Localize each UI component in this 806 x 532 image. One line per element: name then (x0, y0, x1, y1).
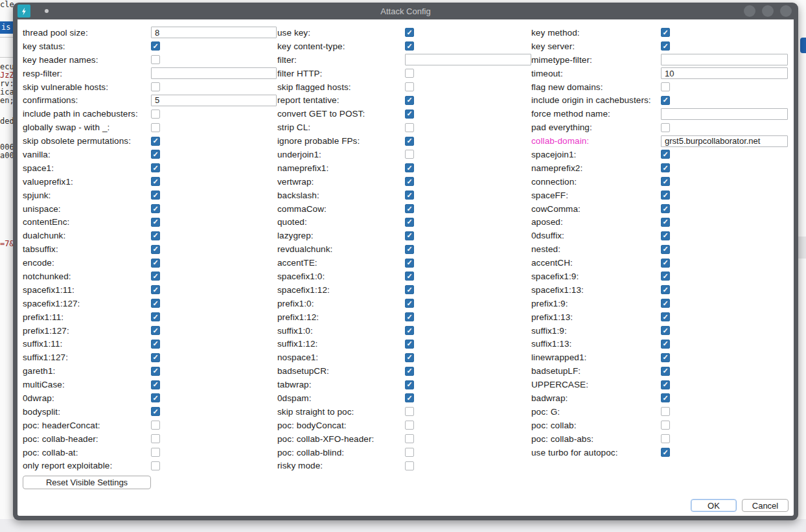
spaceff-checkbox[interactable] (661, 191, 670, 200)
uppercase-checkbox[interactable] (661, 380, 670, 389)
bodysplit-checkbox[interactable] (151, 407, 160, 416)
flag-new-domains-checkbox[interactable] (661, 82, 670, 91)
badsetuplf-checkbox[interactable] (661, 367, 670, 376)
spacejoin1-checkbox[interactable] (661, 150, 670, 159)
revdualchunk-checkbox[interactable] (405, 245, 414, 254)
suffix1-127-checkbox[interactable] (151, 353, 160, 362)
suffix1-9-checkbox[interactable] (661, 326, 670, 335)
commacow-checkbox[interactable] (405, 204, 414, 213)
badwrap-checkbox[interactable] (661, 393, 670, 402)
suffix1-12-checkbox[interactable] (405, 340, 414, 349)
unispace-checkbox[interactable] (151, 204, 160, 213)
suffix1-13-checkbox[interactable] (661, 340, 670, 349)
key-content-type-checkbox[interactable] (405, 41, 414, 51)
spacefix1-12-checkbox[interactable] (405, 285, 414, 294)
spacefix1-127-checkbox[interactable] (151, 299, 160, 308)
key-method-checkbox[interactable] (661, 28, 670, 37)
confirmations-input[interactable] (151, 95, 277, 106)
minimize-button[interactable] (744, 5, 755, 17)
key-status-checkbox[interactable] (151, 41, 160, 51)
lazygrep-checkbox[interactable] (405, 231, 414, 240)
prefix1-127-checkbox[interactable] (151, 326, 160, 335)
accentte-checkbox[interactable] (405, 259, 414, 268)
suffix1-11-checkbox[interactable] (151, 340, 160, 349)
poc-collab-blind-checkbox[interactable] (405, 448, 414, 457)
maximize-button[interactable] (762, 5, 774, 17)
nested-checkbox[interactable] (661, 245, 670, 254)
poc-collab-checkbox[interactable] (661, 421, 670, 430)
use-key-checkbox[interactable] (405, 28, 414, 37)
notchunked-checkbox[interactable] (151, 272, 160, 281)
skip-obsolete-permutations-checkbox[interactable] (151, 137, 160, 146)
skip-vulnerable-hosts-checkbox[interactable] (151, 82, 160, 91)
include-path-in-cachebusters-checkbox[interactable] (151, 110, 160, 119)
0dsuffix-checkbox[interactable] (661, 231, 670, 240)
tabwrap-checkbox[interactable] (405, 380, 414, 389)
strip-cl-checkbox[interactable] (405, 123, 414, 132)
nameprefix2-checkbox[interactable] (661, 163, 670, 172)
only-report-exploitable-checkbox[interactable] (151, 461, 160, 470)
convert-get-to-post-checkbox[interactable] (405, 110, 414, 119)
poc-g-checkbox[interactable] (661, 407, 670, 416)
gareth1-checkbox[interactable] (151, 367, 160, 376)
timeout-input[interactable] (661, 67, 788, 79)
connection-checkbox[interactable] (661, 177, 670, 186)
report-tentative-checkbox[interactable] (405, 96, 414, 105)
resp-filter-input[interactable] (151, 67, 277, 79)
backslash-checkbox[interactable] (405, 191, 414, 200)
underjoin1-checkbox[interactable] (405, 150, 414, 159)
nospace1-checkbox[interactable] (405, 353, 414, 362)
dualchunk-checkbox[interactable] (151, 231, 160, 240)
multicase-checkbox[interactable] (151, 380, 160, 389)
spacefix1-0-checkbox[interactable] (405, 272, 414, 281)
valueprefix1-checkbox[interactable] (151, 177, 160, 186)
nameprefix1-checkbox[interactable] (405, 163, 414, 172)
close-button[interactable] (780, 5, 792, 17)
0dwrap-checkbox[interactable] (151, 393, 160, 402)
vanilla-checkbox[interactable] (151, 150, 160, 159)
risky-mode-checkbox[interactable] (405, 461, 414, 470)
filter-input[interactable] (405, 54, 531, 65)
prefix1-12-checkbox[interactable] (405, 312, 414, 321)
mimetype-filter-input[interactable] (661, 54, 788, 65)
poc-headerconcat-checkbox[interactable] (151, 421, 160, 430)
thread-pool-size-input[interactable] (151, 27, 277, 38)
linewrapped1-checkbox[interactable] (661, 353, 670, 362)
prefix1-9-checkbox[interactable] (661, 299, 670, 308)
spacefix1-13-checkbox[interactable] (661, 285, 670, 294)
skip-straight-to-poc-checkbox[interactable] (405, 407, 414, 416)
prefix1-13-checkbox[interactable] (661, 312, 670, 321)
encode-checkbox[interactable] (151, 259, 160, 268)
force-method-name-input[interactable] (661, 108, 788, 120)
reset-visible-settings-button[interactable]: Reset Visible Settings (23, 476, 151, 489)
accentch-checkbox[interactable] (661, 259, 670, 268)
vertwrap-checkbox[interactable] (405, 177, 414, 186)
quoted-checkbox[interactable] (405, 218, 414, 227)
tabsuffix-checkbox[interactable] (151, 245, 160, 254)
cowcomma-checkbox[interactable] (661, 204, 670, 213)
poc-bodyconcat-checkbox[interactable] (405, 421, 414, 430)
spacefix1-11-checkbox[interactable] (151, 285, 160, 294)
ignore-probable-fps-checkbox[interactable] (405, 137, 414, 146)
include-origin-in-cachebusters-checkbox[interactable] (661, 96, 670, 105)
filter-http-checkbox[interactable] (405, 69, 414, 78)
pad-everything-checkbox[interactable] (661, 123, 670, 132)
suffix1-0-checkbox[interactable] (405, 326, 414, 335)
cancel-button[interactable]: Cancel (742, 499, 789, 512)
poc-collab-xfo-header-checkbox[interactable] (405, 434, 414, 443)
dialog-titlebar[interactable]: Attack Config (13, 3, 798, 19)
key-server-checkbox[interactable] (661, 41, 670, 51)
key-header-names-checkbox[interactable] (151, 55, 160, 64)
use-turbo-for-autopoc-checkbox[interactable] (661, 448, 670, 457)
collab-domain-input[interactable] (661, 135, 788, 147)
0dspam-checkbox[interactable] (405, 393, 414, 402)
prefix1-11-checkbox[interactable] (151, 312, 160, 321)
space1-checkbox[interactable] (151, 163, 160, 172)
poc-collab-at-checkbox[interactable] (151, 448, 160, 457)
contentenc-checkbox[interactable] (151, 218, 160, 227)
globally-swap-with-checkbox[interactable] (151, 123, 160, 132)
spacefix1-9-checkbox[interactable] (661, 272, 670, 281)
ok-button[interactable]: OK (691, 499, 737, 512)
skip-flagged-hosts-checkbox[interactable] (405, 82, 414, 91)
badsetupcr-checkbox[interactable] (405, 367, 414, 376)
